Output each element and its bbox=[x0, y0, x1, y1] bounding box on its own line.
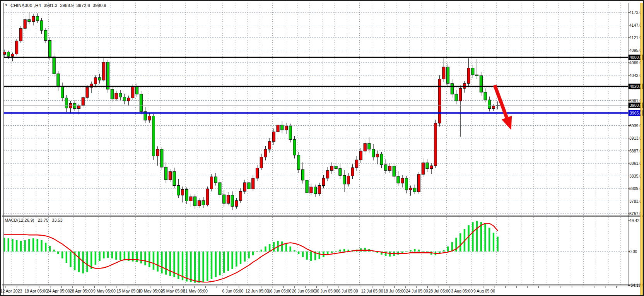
candle-body bbox=[455, 94, 458, 101]
price-badge-label: 3980.9 bbox=[630, 103, 642, 108]
time-axis-label: 25 May 05:00 bbox=[161, 289, 185, 293]
candle-body bbox=[268, 142, 271, 149]
title-low-value: 3972.6 bbox=[76, 3, 90, 8]
candle-body bbox=[285, 126, 287, 130]
price-tick-label: 3887.0 bbox=[629, 149, 642, 153]
time-axis-label: 6 Jul 05:00 bbox=[338, 289, 358, 293]
time-axis-label: 15 May 05:00 bbox=[116, 289, 141, 293]
macd-histogram-bar bbox=[161, 252, 162, 274]
macd-histogram-bar bbox=[443, 250, 444, 252]
symbol-dropdown-icon[interactable]: ▼ bbox=[5, 4, 8, 7]
macd-histogram-bar bbox=[157, 252, 158, 272]
candle-body bbox=[7, 52, 10, 56]
macd-histogram-bar bbox=[41, 240, 42, 252]
macd-histogram-bar bbox=[78, 252, 80, 272]
candle-body bbox=[86, 87, 89, 98]
time-axis-label: 12 Jul 05:00 bbox=[361, 289, 383, 293]
candle-body bbox=[301, 169, 304, 180]
candle-body bbox=[388, 166, 391, 171]
macd-histogram-bar bbox=[256, 252, 258, 252]
macd-histogram-bar bbox=[12, 239, 13, 252]
macd-name: MACD(12,26,9) bbox=[5, 218, 34, 222]
chart-canvas[interactable]: 4173.04147.04121.04095.04069.04043.04017… bbox=[1, 1, 644, 296]
candle-body bbox=[364, 144, 366, 151]
macd-histogram-bar bbox=[460, 233, 461, 252]
candle-body bbox=[181, 190, 184, 195]
candle-body bbox=[310, 187, 313, 193]
candle-body bbox=[98, 78, 101, 80]
candle-body bbox=[127, 98, 130, 101]
macd-axis-label: -54.17 bbox=[629, 283, 641, 287]
candle-body bbox=[119, 93, 122, 97]
macd-histogram-bar bbox=[468, 225, 469, 252]
candle-body bbox=[442, 67, 445, 79]
macd-histogram-bar bbox=[53, 250, 55, 252]
candle-body bbox=[335, 166, 337, 169]
macd-histogram-bar bbox=[120, 252, 121, 260]
axis-yellow-stripe bbox=[641, 3, 642, 296]
candle-body bbox=[194, 197, 196, 206]
macd-histogram-bar bbox=[260, 250, 262, 252]
candle-body bbox=[430, 166, 433, 169]
candle-body bbox=[156, 149, 159, 156]
candle-body bbox=[24, 20, 26, 29]
price-badge-label: 4080.0 bbox=[630, 55, 642, 60]
macd-histogram-bar bbox=[215, 252, 217, 277]
time-axis-label: 9 May 05:00 bbox=[93, 289, 116, 293]
macd-histogram-bar bbox=[389, 252, 391, 257]
candle-body bbox=[343, 175, 346, 184]
candle-body bbox=[476, 75, 478, 76]
candle-body bbox=[36, 16, 39, 21]
macd-histogram-bar bbox=[265, 246, 266, 252]
macd-histogram-bar bbox=[45, 243, 46, 252]
candle-body bbox=[69, 103, 72, 108]
macd-histogram-bar bbox=[480, 222, 482, 252]
price-tick-label: 3913.0 bbox=[629, 136, 642, 140]
candle-body bbox=[488, 100, 491, 109]
candle-body bbox=[418, 175, 420, 192]
candle-body bbox=[272, 132, 275, 142]
candle-body bbox=[94, 78, 97, 84]
macd-histogram-bar bbox=[281, 241, 283, 252]
macd-histogram-bar bbox=[451, 242, 453, 252]
macd-histogram-bar bbox=[410, 250, 411, 252]
candle-body bbox=[426, 163, 429, 169]
time-axis-label: 6 Jun 05:00 bbox=[222, 289, 244, 293]
title-open-value: 3981.3 bbox=[44, 3, 57, 8]
candle-body bbox=[152, 116, 155, 156]
macd-histogram-bar bbox=[236, 252, 237, 267]
price-tick-label: 4069.0 bbox=[629, 60, 642, 65]
macd-histogram-bar bbox=[202, 252, 204, 282]
price-tick-label: 4121.0 bbox=[629, 35, 642, 40]
candle-body bbox=[210, 177, 213, 189]
candle-body bbox=[243, 183, 246, 192]
macd-histogram-bar bbox=[343, 249, 345, 252]
macd-histogram-bar bbox=[310, 252, 312, 261]
candle-body bbox=[115, 93, 118, 99]
candle-body bbox=[65, 98, 68, 108]
candle-body bbox=[297, 155, 300, 170]
candle-body bbox=[82, 98, 84, 106]
candle-body bbox=[73, 103, 76, 109]
time-axis-label: 19 May 05:00 bbox=[138, 289, 163, 293]
candle-body bbox=[219, 183, 221, 195]
price-tick-label: 4147.0 bbox=[629, 23, 642, 27]
candle-body bbox=[206, 189, 209, 205]
price-tick-label: 3835.0 bbox=[629, 174, 642, 178]
macd-histogram-bar bbox=[493, 233, 494, 252]
candle-body bbox=[123, 97, 126, 101]
macd-histogram-bar bbox=[331, 252, 333, 253]
candle-body bbox=[40, 21, 43, 30]
macd-histogram-bar bbox=[198, 252, 200, 283]
candle-body bbox=[339, 169, 342, 176]
candle-body bbox=[277, 125, 279, 132]
macd-histogram-bar bbox=[186, 252, 187, 282]
candle-body bbox=[198, 200, 200, 206]
price-badge-label: 3965.0 bbox=[630, 111, 642, 115]
macd-histogram-bar bbox=[306, 252, 307, 260]
candle-body bbox=[438, 79, 441, 123]
candle-body bbox=[281, 125, 284, 130]
candle-body bbox=[293, 140, 296, 155]
candle-body bbox=[264, 149, 267, 157]
macd-histogram-bar bbox=[190, 252, 191, 282]
